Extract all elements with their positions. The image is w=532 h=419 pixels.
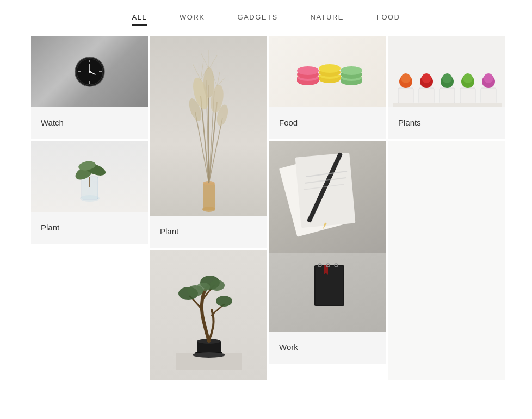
main-nav: ALL WORK GADGETS NATURE FOOD xyxy=(0,0,532,34)
svg-point-61 xyxy=(319,64,341,73)
nav-food[interactable]: FOOD xyxy=(376,13,400,23)
plant-small-label: Plant xyxy=(31,212,148,244)
grid-item-work[interactable]: Work xyxy=(269,141,386,364)
plants-label: Plants xyxy=(388,107,505,139)
svg-point-8 xyxy=(89,71,91,73)
svg-line-33 xyxy=(201,53,209,69)
svg-point-47 xyxy=(209,280,225,291)
grid-item-plants-row[interactable]: Plants xyxy=(388,36,505,139)
svg-point-86 xyxy=(422,73,431,83)
nav-all[interactable]: ALL xyxy=(132,13,147,23)
plant-tall-label: Plant xyxy=(150,216,267,248)
work-label: Work xyxy=(269,332,386,364)
grid-item-plant-vase-short[interactable] xyxy=(150,250,267,380)
svg-point-55 xyxy=(297,66,319,75)
svg-line-31 xyxy=(201,61,203,80)
svg-rect-76 xyxy=(316,266,343,305)
svg-point-83 xyxy=(401,73,411,83)
svg-line-35 xyxy=(209,55,217,69)
svg-point-67 xyxy=(341,66,362,75)
plant-small-icon xyxy=(65,147,114,207)
svg-rect-93 xyxy=(481,88,496,103)
potted-plants-icon xyxy=(393,45,502,107)
grid-column-4: Plants xyxy=(388,36,505,380)
notebook-icon xyxy=(301,260,355,325)
macarons-icon xyxy=(293,47,363,96)
grid-column-3: Food xyxy=(269,36,386,380)
svg-rect-96 xyxy=(393,103,502,107)
svg-rect-90 xyxy=(460,88,475,103)
nav-gadgets[interactable]: GADGETS xyxy=(237,13,277,23)
watch-label: Watch xyxy=(31,107,148,139)
grid-column-1: Watch Plant xyxy=(31,36,148,380)
bonsai-icon xyxy=(176,261,242,370)
food-label: Food xyxy=(269,107,386,139)
plant-tall-icon xyxy=(179,42,239,216)
svg-point-49 xyxy=(197,283,210,291)
grid-item-plant-small[interactable]: Plant xyxy=(31,141,148,244)
photo-grid: Watch Plant xyxy=(0,34,532,383)
svg-point-48 xyxy=(216,296,232,307)
svg-line-21 xyxy=(195,112,209,183)
grid-column-2: Plant xyxy=(150,36,267,380)
grid-item-plant-tall[interactable]: Plant xyxy=(150,36,267,248)
svg-point-92 xyxy=(463,73,473,83)
svg-rect-81 xyxy=(398,88,413,103)
svg-line-37 xyxy=(217,72,220,86)
svg-rect-16 xyxy=(203,183,215,210)
nav-work[interactable]: WORK xyxy=(180,13,205,23)
svg-line-38 xyxy=(217,77,225,86)
svg-point-89 xyxy=(442,73,452,83)
svg-point-43 xyxy=(193,352,225,358)
grid-item-empty xyxy=(388,141,505,380)
clock-icon xyxy=(73,55,106,88)
svg-rect-87 xyxy=(440,88,455,103)
grid-item-watch[interactable]: Watch xyxy=(31,36,148,139)
nav-nature[interactable]: NATURE xyxy=(311,13,344,23)
grid-item-food[interactable]: Food xyxy=(269,36,386,139)
svg-rect-84 xyxy=(419,88,434,103)
svg-point-95 xyxy=(484,73,493,83)
work-papers-icon xyxy=(276,144,380,250)
svg-line-30 xyxy=(193,64,201,80)
